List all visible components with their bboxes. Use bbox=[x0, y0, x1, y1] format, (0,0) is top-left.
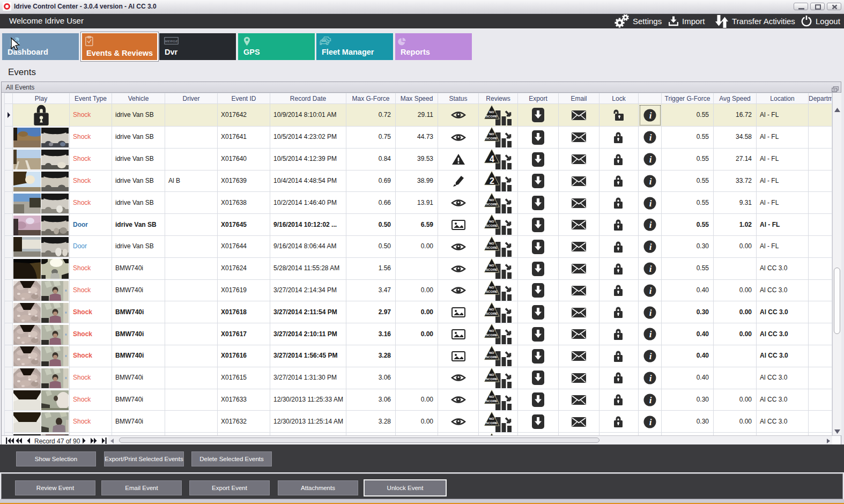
svg-text:MERGE: MERGE bbox=[165, 39, 178, 43]
